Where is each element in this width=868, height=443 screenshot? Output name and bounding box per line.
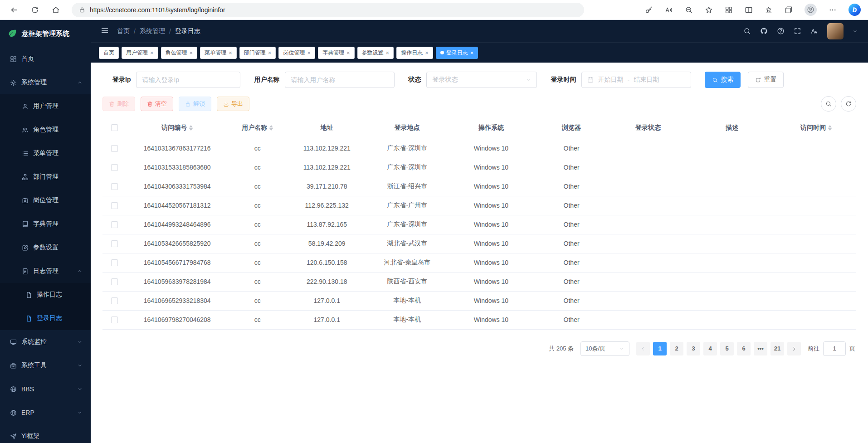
tab-dept-management[interactable]: 部门管理×	[239, 47, 276, 59]
row-checkbox[interactable]	[111, 297, 118, 304]
refresh-table-button[interactable]	[841, 96, 856, 112]
sort-control[interactable]	[189, 125, 193, 131]
page-size-select[interactable]: 10条/页	[580, 341, 629, 356]
sidebar-item-param-settings[interactable]: 参数设置	[0, 236, 91, 259]
app-logo[interactable]: 意框架管理系统	[0, 20, 91, 47]
row-checkbox[interactable]	[111, 221, 118, 228]
breadcrumb-item[interactable]: 系统管理	[140, 27, 165, 35]
address-bar[interactable]: https://ccnetcore.com:1101/system/log/lo…	[72, 3, 584, 17]
favorites-bar-button[interactable]	[765, 6, 773, 14]
clear-button[interactable]: 清空	[141, 97, 173, 111]
sidebar-item-system-tools[interactable]: 系统工具	[0, 354, 91, 377]
sort-control[interactable]	[828, 125, 832, 131]
sidebar-item-home[interactable]: 首页	[0, 47, 91, 71]
extensions-button[interactable]	[725, 6, 733, 14]
sidebar-item-login-log[interactable]: 登录日志	[0, 307, 91, 330]
close-icon[interactable]: ×	[190, 50, 193, 56]
row-checkbox[interactable]	[111, 145, 118, 152]
tab-login-log[interactable]: 登录日志×	[436, 47, 478, 59]
row-checkbox[interactable]	[111, 202, 118, 209]
sidebar-item-bbs[interactable]: BBS	[0, 377, 91, 401]
close-icon[interactable]: ×	[425, 50, 429, 56]
tab-post-management[interactable]: 岗位管理×	[278, 47, 315, 59]
tab-param-settings[interactable]: 参数设置×	[357, 47, 394, 59]
page-ellipsis[interactable]: •••	[754, 342, 767, 355]
reload-button[interactable]	[28, 3, 42, 17]
back-button[interactable]	[7, 3, 21, 17]
column-header-user-name[interactable]: 用户名称	[228, 117, 287, 139]
close-icon[interactable]: ×	[229, 50, 232, 56]
tab-user-management[interactable]: 用户管理×	[122, 47, 158, 59]
github-button[interactable]	[760, 27, 768, 35]
sidebar-item-menu-management[interactable]: 菜单管理	[0, 141, 91, 165]
sort-control[interactable]	[269, 125, 273, 131]
bing-icon[interactable]: b	[848, 4, 861, 16]
read-aloud-button[interactable]	[665, 6, 673, 14]
delete-button[interactable]: 删除	[102, 97, 135, 111]
search-button[interactable]	[743, 27, 751, 35]
sidebar-item-dept-management[interactable]: 部门管理	[0, 165, 91, 189]
select-all-checkbox[interactable]	[111, 124, 118, 131]
jump-page-input[interactable]	[823, 341, 846, 356]
home-button[interactable]	[49, 3, 63, 17]
row-checkbox[interactable]	[111, 259, 118, 266]
toggle-search-button[interactable]	[821, 96, 836, 112]
close-icon[interactable]: ×	[470, 50, 474, 56]
unlock-button[interactable]: 解锁	[179, 97, 211, 111]
tab-menu-management[interactable]: 菜单管理×	[200, 47, 237, 59]
sidebar-item-log-management[interactable]: 日志管理	[0, 259, 91, 283]
status-select[interactable]: 登录状态	[426, 72, 537, 88]
breadcrumb-item[interactable]: 首页	[117, 27, 130, 35]
sidebar-item-system-management[interactable]: 系统管理	[0, 71, 91, 94]
date-range-picker[interactable]: 开始日期 - 结束日期	[581, 72, 691, 88]
close-icon[interactable]: ×	[268, 50, 272, 56]
split-screen-button[interactable]	[745, 6, 753, 14]
sidebar-item-user-management[interactable]: 用户管理	[0, 94, 91, 118]
close-icon[interactable]: ×	[386, 50, 390, 56]
page-button-4[interactable]: 4	[703, 342, 717, 355]
sidebar-item-operation-log[interactable]: 操作日志	[0, 283, 91, 307]
page-button-21[interactable]: 21	[770, 342, 784, 355]
row-checkbox[interactable]	[111, 240, 118, 247]
breadcrumb-item[interactable]: 登录日志	[175, 27, 200, 35]
login-ip-input[interactable]	[136, 72, 240, 88]
close-icon[interactable]: ×	[346, 50, 350, 56]
collections-button[interactable]	[785, 6, 793, 14]
page-button-1[interactable]: 1	[653, 342, 667, 355]
sidebar-item-post-management[interactable]: 岗位管理	[0, 189, 91, 212]
tab-dict-management[interactable]: 字典管理×	[318, 47, 355, 59]
sidebar-item-system-monitor[interactable]: 系统监控	[0, 330, 91, 354]
row-checkbox[interactable]	[111, 164, 118, 171]
tab-operation-log[interactable]: 操作日志×	[396, 47, 433, 59]
tab-home[interactable]: 首页	[99, 47, 119, 59]
page-button-2[interactable]: 2	[670, 342, 683, 355]
export-button[interactable]: 导出	[217, 97, 249, 111]
font-size-button[interactable]	[810, 27, 818, 35]
key-button[interactable]	[645, 6, 653, 14]
fullscreen-button[interactable]	[794, 27, 801, 35]
prev-page-button[interactable]	[636, 342, 650, 355]
page-button-6[interactable]: 6	[737, 342, 751, 355]
page-button-5[interactable]: 5	[720, 342, 734, 355]
sidebar-item-role-management[interactable]: 角色管理	[0, 118, 91, 141]
search-button[interactable]: 搜索	[705, 72, 741, 88]
username-input[interactable]	[285, 72, 395, 88]
sidebar-collapse-button[interactable]	[101, 26, 109, 36]
reset-button[interactable]: 重置	[748, 72, 784, 88]
sidebar-item-yi-framework[interactable]: Yi框架	[0, 424, 91, 443]
close-icon[interactable]: ×	[307, 50, 311, 56]
sidebar-item-dict-management[interactable]: 字典管理	[0, 212, 91, 236]
row-checkbox[interactable]	[111, 316, 118, 323]
tab-role-management[interactable]: 角色管理×	[161, 47, 198, 59]
browser-profile-avatar[interactable]	[805, 4, 817, 16]
column-header-visit-time[interactable]: 访问时间	[776, 117, 856, 139]
row-checkbox[interactable]	[111, 183, 118, 190]
help-button[interactable]	[777, 27, 785, 35]
sidebar-item-erp[interactable]: ERP	[0, 401, 91, 424]
page-button-3[interactable]: 3	[687, 342, 700, 355]
more-button[interactable]	[829, 6, 837, 14]
user-avatar[interactable]	[827, 23, 844, 39]
close-icon[interactable]: ×	[150, 50, 154, 56]
favorites-button[interactable]	[705, 6, 713, 14]
next-page-button[interactable]	[787, 342, 801, 355]
